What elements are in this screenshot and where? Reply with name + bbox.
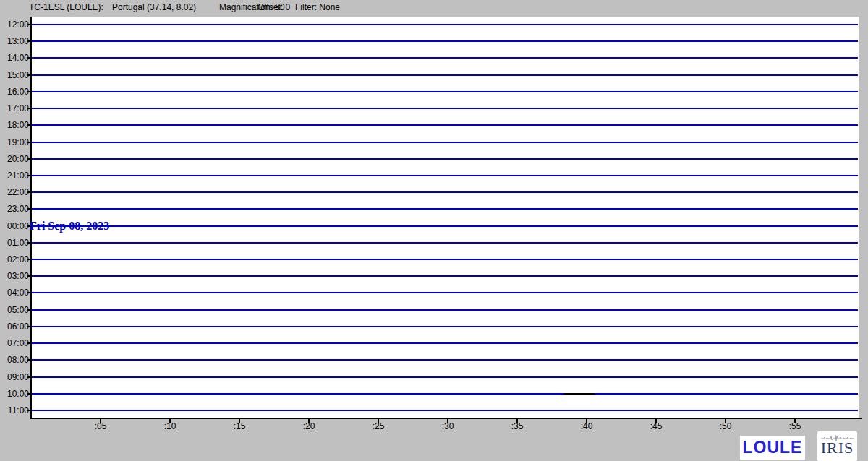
- hour-label: 13:00: [0, 35, 29, 47]
- seismogram-trace: [32, 242, 858, 244]
- y-axis-tick: [27, 208, 31, 210]
- y-axis-tick: [27, 74, 31, 76]
- hour-label: 03:00: [0, 270, 29, 282]
- seismogram-trace: [32, 91, 858, 92]
- hour-label: 12:00: [0, 19, 29, 30]
- seismogram-trace: [32, 124, 858, 126]
- seismogram-trace: [32, 208, 858, 210]
- seismogram-trace: [32, 158, 858, 160]
- hour-label: 17:00: [0, 103, 29, 114]
- hour-label: 01:00: [0, 237, 29, 249]
- minute-label: :50: [711, 421, 740, 431]
- seismogram-trace: [32, 259, 858, 260]
- minute-label: :35: [503, 421, 532, 431]
- hour-label: 05:00: [0, 304, 29, 316]
- y-axis-tick: [27, 40, 31, 42]
- minute-label: :55: [780, 421, 809, 431]
- minute-label: :10: [156, 421, 184, 431]
- seismogram-trace: [32, 74, 858, 76]
- y-axis-tick: [27, 24, 31, 25]
- minute-label: :05: [86, 421, 115, 431]
- seismogram-trace: [32, 309, 858, 311]
- x-axis-line: [30, 418, 862, 419]
- y-axis-tick: [27, 326, 31, 327]
- hour-label: 09:00: [0, 371, 29, 383]
- trace-black-segment: [564, 393, 595, 395]
- seismogram-trace: [32, 225, 858, 227]
- station-location-label: Portugal (37.14, 8.02): [112, 2, 196, 12]
- hour-label: 11:00: [0, 405, 29, 416]
- minute-label: :20: [294, 421, 323, 431]
- y-axis-tick: [27, 393, 31, 395]
- seismogram-trace: [32, 40, 858, 42]
- y-axis-tick: [27, 410, 31, 411]
- iris-logo-button[interactable]: IRIS: [817, 431, 857, 461]
- hour-label: 06:00: [0, 321, 29, 332]
- hour-label: 20:00: [0, 153, 29, 165]
- seismogram-trace: [32, 24, 858, 25]
- hour-label: 02:00: [0, 254, 29, 265]
- hour-label: 04:00: [0, 287, 29, 298]
- y-axis-tick: [27, 124, 31, 126]
- app-window: TC-1ESL (LOULE): Portugal (37.14, 8.02) …: [0, 0, 868, 461]
- hour-label: 23:00: [0, 203, 29, 215]
- seismogram-trace: [32, 142, 858, 143]
- filter-label: Filter: None: [295, 2, 340, 12]
- hour-label: 18:00: [0, 119, 29, 131]
- y-axis-tick: [27, 359, 31, 361]
- seismogram-trace: [32, 175, 858, 176]
- hour-label: 08:00: [0, 354, 29, 366]
- y-axis-tick: [27, 275, 31, 277]
- y-axis-tick: [27, 376, 31, 378]
- hour-label: 21:00: [0, 170, 29, 181]
- station-id-label: TC-1ESL (LOULE):: [29, 2, 103, 12]
- plot-area[interactable]: [32, 17, 859, 418]
- seismogram-trace: [32, 191, 858, 193]
- y-axis-tick: [27, 292, 31, 293]
- y-axis-tick: [27, 342, 31, 344]
- y-axis-tick: [27, 142, 31, 143]
- minute-label: :15: [225, 421, 254, 431]
- seismogram-trace: [32, 359, 858, 361]
- hour-label: 07:00: [0, 337, 29, 349]
- offset-label: Offset: 0: [258, 2, 290, 12]
- y-axis-tick: [27, 259, 31, 260]
- hour-label: 22:00: [0, 186, 29, 198]
- hour-label: 00:00: [0, 220, 29, 232]
- seismogram-trace: [32, 410, 858, 411]
- y-axis-tick: [27, 158, 31, 160]
- seismogram-trace: [32, 292, 858, 293]
- hour-label: 19:00: [0, 137, 29, 148]
- minute-label: :45: [642, 421, 671, 431]
- hour-label: 16:00: [0, 86, 29, 98]
- seismogram-trace: [32, 376, 858, 378]
- y-axis-tick: [27, 242, 31, 244]
- seismogram-trace: [32, 275, 858, 277]
- iris-logo-text: IRIS: [821, 440, 854, 456]
- seismogram-trace: [32, 108, 858, 109]
- station-button[interactable]: LOULE: [740, 436, 805, 460]
- y-axis-tick: [27, 175, 31, 176]
- y-axis-tick: [27, 108, 31, 109]
- hour-label: 10:00: [0, 388, 29, 400]
- seismogram-trace: [32, 326, 858, 327]
- date-annotation: Fri Sep 08, 2023: [30, 220, 109, 233]
- seismogram-trace: [32, 57, 858, 59]
- minute-label: :30: [433, 421, 462, 431]
- minute-label: :40: [572, 421, 601, 431]
- hour-label: 14:00: [0, 52, 29, 64]
- y-axis-tick: [27, 57, 31, 59]
- seismogram-trace: [32, 393, 858, 395]
- seismogram-trace: [32, 342, 858, 344]
- minute-label: :25: [364, 421, 393, 431]
- y-axis-tick: [27, 191, 31, 193]
- y-axis-tick: [27, 309, 31, 311]
- hour-label: 15:00: [0, 69, 29, 81]
- y-axis-tick: [27, 91, 31, 92]
